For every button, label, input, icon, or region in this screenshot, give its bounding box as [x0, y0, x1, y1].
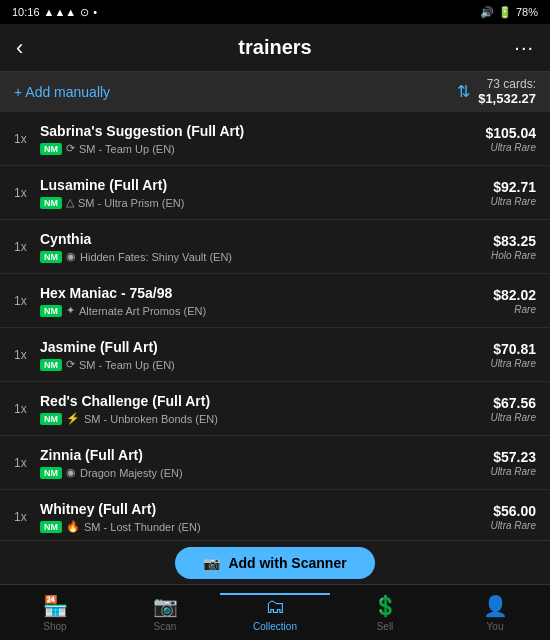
set-text: SM - Unbroken Bonds (EN) — [84, 413, 218, 425]
nav-item-sell[interactable]: 💲 Sell — [330, 594, 440, 632]
card-info: Red's Challenge (Full Art) NM ⚡ SM - Unb… — [34, 392, 490, 425]
nm-badge: NM — [40, 251, 62, 263]
battery-level: 78% — [516, 6, 538, 18]
card-price: $67.56 — [490, 394, 536, 412]
set-text: Hidden Fates: Shiny Vault (EN) — [80, 251, 232, 263]
nm-badge: NM — [40, 143, 62, 155]
card-info: Whitney (Full Art) NM 🔥 SM - Lost Thunde… — [34, 500, 490, 533]
back-button[interactable]: ‹ — [16, 35, 44, 61]
set-symbol-icon: ⟳ — [66, 142, 75, 155]
card-quantity: 1x — [14, 402, 34, 416]
nav-item-scan[interactable]: 📷 Scan — [110, 594, 220, 632]
nav-item-shop[interactable]: 🏪 Shop — [0, 594, 110, 632]
status-time: 10:16 — [12, 6, 40, 18]
card-info: Jasmine (Full Art) NM ⟳ SM - Team Up (EN… — [34, 338, 490, 371]
more-button[interactable]: ··· — [506, 36, 534, 59]
card-item[interactable]: 1x Cynthia NM ◉ Hidden Fates: Shiny Vaul… — [0, 220, 550, 274]
card-price: $70.81 — [490, 340, 536, 358]
card-price: $82.02 — [493, 286, 536, 304]
status-dot: • — [93, 6, 97, 18]
card-price-area: $67.56 Ultra Rare — [490, 394, 536, 423]
set-symbol-icon: △ — [66, 196, 74, 209]
add-with-scanner-button[interactable]: 📷 Add with Scanner — [175, 547, 374, 579]
status-wifi: ⊙ — [80, 6, 89, 19]
card-name: Cynthia — [40, 230, 491, 248]
you-icon: 👤 — [483, 594, 508, 618]
set-symbol-icon: ◉ — [66, 466, 76, 479]
card-quantity: 1x — [14, 456, 34, 470]
set-symbol-icon: ✦ — [66, 304, 75, 317]
status-left: 10:16 ▲▲▲ ⊙ • — [12, 6, 97, 19]
bluetooth-icon: 🔊 — [480, 6, 494, 19]
sort-icon[interactable]: ⇅ — [457, 82, 470, 101]
set-text: Dragon Majesty (EN) — [80, 467, 183, 479]
set-symbol-icon: 🔥 — [66, 520, 80, 533]
card-rarity: Ultra Rare — [490, 358, 536, 369]
nm-badge: NM — [40, 197, 62, 209]
status-right: 🔊 🔋 78% — [480, 6, 538, 19]
cards-count-label: 73 cards: — [478, 77, 536, 91]
card-set-info: NM ⟳ SM - Team Up (EN) — [40, 142, 485, 155]
card-item[interactable]: 1x Lusamine (Full Art) NM △ SM - Ultra P… — [0, 166, 550, 220]
scan-icon: 📷 — [153, 594, 178, 618]
card-name: Zinnia (Full Art) — [40, 446, 490, 464]
card-info: Hex Maniac - 75a/98 NM ✦ Alternate Art P… — [34, 284, 493, 317]
card-rarity: Ultra Rare — [485, 142, 536, 153]
card-name: Whitney (Full Art) — [40, 500, 490, 518]
set-text: SM - Lost Thunder (EN) — [84, 521, 201, 533]
battery-icon: 🔋 — [498, 6, 512, 19]
bottom-nav: 🏪 Shop 📷 Scan 🗂 Collection 💲 Sell 👤 You — [0, 584, 550, 640]
card-item[interactable]: 1x Jasmine (Full Art) NM ⟳ SM - Team Up … — [0, 328, 550, 382]
card-set-info: NM ◉ Hidden Fates: Shiny Vault (EN) — [40, 250, 491, 263]
set-text: SM - Team Up (EN) — [79, 143, 175, 155]
card-info: Lusamine (Full Art) NM △ SM - Ultra Pris… — [34, 176, 490, 209]
toolbar: + Add manually ⇅ 73 cards: $1,532.27 — [0, 72, 550, 112]
nm-badge: NM — [40, 305, 62, 317]
nm-badge: NM — [40, 413, 62, 425]
card-item[interactable]: 1x Hex Maniac - 75a/98 NM ✦ Alternate Ar… — [0, 274, 550, 328]
card-name: Jasmine (Full Art) — [40, 338, 490, 356]
nav-item-collection[interactable]: 🗂 Collection — [220, 593, 330, 632]
card-count: 73 cards: $1,532.27 — [478, 77, 536, 107]
set-text: SM - Team Up (EN) — [79, 359, 175, 371]
scanner-camera-icon: 📷 — [203, 555, 220, 571]
card-info: Sabrina's Suggestion (Full Art) NM ⟳ SM … — [34, 122, 485, 155]
card-price: $57.23 — [490, 448, 536, 466]
card-set-info: NM ✦ Alternate Art Promos (EN) — [40, 304, 493, 317]
card-item[interactable]: 1x Whitney (Full Art) NM 🔥 SM - Lost Thu… — [0, 490, 550, 540]
status-bar: 10:16 ▲▲▲ ⊙ • 🔊 🔋 78% — [0, 0, 550, 24]
card-item[interactable]: 1x Zinnia (Full Art) NM ◉ Dragon Majesty… — [0, 436, 550, 490]
set-symbol-icon: ◉ — [66, 250, 76, 263]
sell-icon: 💲 — [373, 594, 398, 618]
card-price-area: $70.81 Ultra Rare — [490, 340, 536, 369]
card-item[interactable]: 1x Red's Challenge (Full Art) NM ⚡ SM - … — [0, 382, 550, 436]
scanner-bar: 📷 Add with Scanner — [0, 540, 550, 584]
card-price-area: $105.04 Ultra Rare — [485, 124, 536, 153]
card-item[interactable]: 1x Sabrina's Suggestion (Full Art) NM ⟳ … — [0, 112, 550, 166]
card-rarity: Rare — [493, 304, 536, 315]
add-manually-button[interactable]: + Add manually — [14, 84, 110, 100]
nav-item-you[interactable]: 👤 You — [440, 594, 550, 632]
card-set-info: NM ⟳ SM - Team Up (EN) — [40, 358, 490, 371]
card-rarity: Ultra Rare — [490, 466, 536, 477]
nav-label-sell: Sell — [377, 621, 394, 632]
card-rarity: Ultra Rare — [490, 520, 536, 531]
nav-label-collection: Collection — [253, 621, 297, 632]
card-price: $105.04 — [485, 124, 536, 142]
card-info: Zinnia (Full Art) NM ◉ Dragon Majesty (E… — [34, 446, 490, 479]
card-list: 1x Sabrina's Suggestion (Full Art) NM ⟳ … — [0, 112, 550, 540]
status-signal: ▲▲▲ — [44, 6, 77, 18]
card-name: Lusamine (Full Art) — [40, 176, 490, 194]
card-quantity: 1x — [14, 348, 34, 362]
card-rarity: Ultra Rare — [490, 196, 536, 207]
toolbar-right: ⇅ 73 cards: $1,532.27 — [457, 77, 536, 107]
nav-label-scan: Scan — [154, 621, 177, 632]
card-set-info: NM △ SM - Ultra Prism (EN) — [40, 196, 490, 209]
page-title: trainers — [44, 36, 506, 59]
card-name: Hex Maniac - 75a/98 — [40, 284, 493, 302]
card-price: $56.00 — [490, 502, 536, 520]
card-quantity: 1x — [14, 240, 34, 254]
nav-label-shop: Shop — [43, 621, 66, 632]
card-quantity: 1x — [14, 186, 34, 200]
card-set-info: NM 🔥 SM - Lost Thunder (EN) — [40, 520, 490, 533]
